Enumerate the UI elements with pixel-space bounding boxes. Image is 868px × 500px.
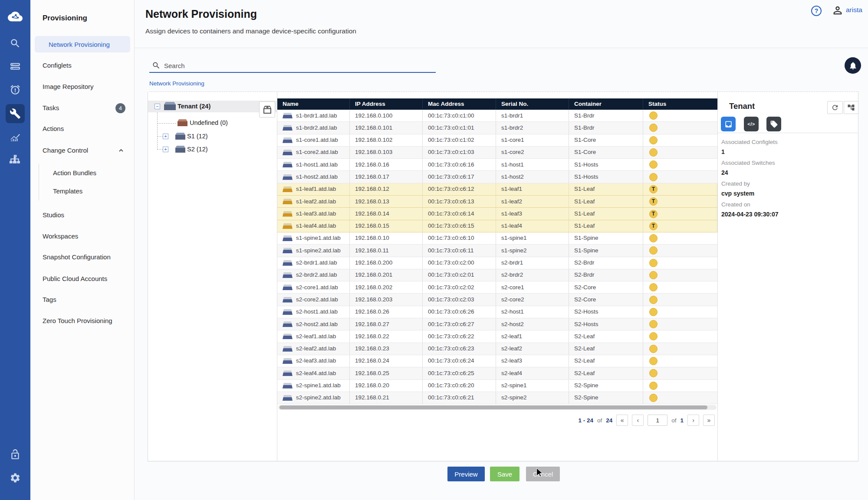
tab-labels[interactable]: [766, 117, 781, 131]
scrollbar-thumb[interactable]: [279, 405, 707, 409]
column-header-container[interactable]: Container: [569, 98, 643, 110]
column-header-serial[interactable]: Serial No.: [496, 98, 569, 110]
task-pending-badge[interactable]: [649, 332, 658, 340]
sidebar-item-snapshot-configuration[interactable]: Snapshot Configuration: [43, 251, 111, 263]
table-row[interactable]: s2-host1.atd.lab 192.168.0.26 00:1c:73:c…: [277, 306, 717, 318]
task-pending-badge[interactable]: [649, 296, 658, 304]
add-container-button[interactable]: [259, 101, 275, 118]
tab-configlets[interactable]: </>: [744, 117, 759, 131]
table-row[interactable]: s2-spine1.atd.lab 192.168.0.20 00:1c:73:…: [277, 380, 717, 392]
table-row[interactable]: s2-brdr1.atd.lab 192.168.0.200 00:1c:73:…: [277, 257, 717, 269]
devices-icon[interactable]: [7, 59, 23, 74]
task-pending-badge[interactable]: [649, 320, 658, 328]
tree-expand-toggle-s1[interactable]: +: [163, 134, 168, 139]
first-page-button[interactable]: «: [616, 415, 628, 426]
sidebar-item-zero-touch-provisioning[interactable]: Zero Touch Provisioning: [43, 315, 112, 327]
task-pending-badge[interactable]: [649, 136, 658, 144]
sidebar-item-configlets[interactable]: Configlets: [43, 59, 72, 72]
tree-expand-toggle-s2[interactable]: +: [163, 147, 168, 152]
horizontal-scrollbar[interactable]: [278, 405, 717, 410]
tab-container-details[interactable]: [721, 117, 736, 131]
task-pending-badge[interactable]: [649, 382, 658, 390]
sidebar-item-network-provisioning[interactable]: Network Provisioning: [35, 36, 130, 52]
breadcrumb[interactable]: Network Provisioning: [149, 80, 204, 87]
table-row[interactable]: s1-host1.atd.lab 192.168.0.16 00:1c:73:c…: [277, 159, 717, 171]
tree-node-s1[interactable]: S1 (12): [187, 131, 208, 142]
chevron-up-icon[interactable]: [118, 147, 124, 154]
search-input[interactable]: [164, 60, 433, 71]
task-pending-badge[interactable]: [649, 345, 658, 353]
task-pending-badge[interactable]: T: [649, 210, 658, 218]
events-alarm-icon[interactable]: [7, 82, 23, 98]
task-pending-badge[interactable]: T: [649, 185, 658, 193]
preview-button[interactable]: Preview: [447, 467, 485, 481]
task-pending-badge[interactable]: [649, 259, 658, 267]
column-header-ip[interactable]: IP Address: [350, 98, 423, 110]
tree-node-undefined[interactable]: Undefined (0): [190, 118, 228, 128]
table-row[interactable]: s2-leaf1.atd.lab 192.168.0.22 00:1c:73:c…: [277, 330, 717, 343]
prev-page-button[interactable]: ‹: [632, 415, 644, 426]
sidebar-item-change-control[interactable]: Change Control: [43, 144, 88, 157]
task-pending-badge[interactable]: [649, 369, 658, 377]
task-pending-badge[interactable]: [649, 271, 658, 279]
sidebar-item-tags[interactable]: Tags: [43, 294, 56, 306]
table-row[interactable]: s2-core1.atd.lab 192.168.0.202 00:1c:73:…: [277, 281, 717, 294]
user-avatar-icon[interactable]: [832, 4, 844, 16]
table-row[interactable]: s1-core2.atd.lab 192.168.0.103 00:1c:73:…: [277, 147, 717, 159]
task-pending-badge[interactable]: [649, 124, 658, 132]
table-row[interactable]: s2-leaf2.atd.lab 192.168.0.23 00:1c:73:c…: [277, 343, 717, 355]
table-row[interactable]: s1-spine1.atd.lab 192.168.0.10 00:1c:73:…: [277, 232, 717, 245]
task-pending-badge[interactable]: [649, 160, 658, 169]
table-row[interactable]: s2-spine2.atd.lab 192.168.0.21 00:1c:73:…: [277, 392, 717, 404]
tree-node-s2[interactable]: S2 (12): [187, 144, 208, 155]
tree-node-tenant[interactable]: Tenant (24): [178, 101, 210, 112]
refresh-icon[interactable]: [827, 101, 843, 114]
provisioning-wrench-icon[interactable]: [6, 104, 25, 123]
table-row[interactable]: s1-spine2.atd.lab 192.168.0.11 00:1c:73:…: [277, 245, 717, 257]
task-pending-badge[interactable]: [649, 283, 658, 291]
task-pending-badge[interactable]: T: [649, 222, 658, 230]
sidebar-item-tasks[interactable]: Tasks: [43, 102, 59, 114]
table-row[interactable]: s1-host2.atd.lab 192.168.0.17 00:1c:73:c…: [277, 171, 717, 183]
column-header-name[interactable]: Name: [277, 98, 350, 110]
table-row[interactable]: s2-leaf4.atd.lab 192.168.0.25 00:1c:73:c…: [277, 367, 717, 379]
username[interactable]: arista: [846, 6, 862, 14]
task-pending-badge[interactable]: [649, 308, 658, 316]
task-pending-badge[interactable]: [649, 394, 658, 402]
help-icon[interactable]: ?: [811, 6, 822, 16]
table-row[interactable]: s1-leaf2.atd.lab 192.168.0.13 00:1c:73:c…: [277, 196, 717, 208]
sidebar-item-workspaces[interactable]: Workspaces: [43, 230, 78, 242]
table-row[interactable]: s2-core2.atd.lab 192.168.0.203 00:1c:73:…: [277, 294, 717, 306]
global-search-icon[interactable]: [7, 36, 23, 51]
hierarchy-view-icon[interactable]: [844, 101, 858, 114]
settings-gear-icon[interactable]: [7, 470, 23, 486]
column-header-mac[interactable]: Mac Address: [423, 98, 496, 110]
table-row[interactable]: s1-leaf4.atd.lab 192.168.0.15 00:1c:73:c…: [277, 220, 717, 232]
sidebar-item-action-bundles[interactable]: Action Bundles: [53, 167, 96, 179]
table-row[interactable]: s1-leaf1.atd.lab 192.168.0.12 00:1c:73:c…: [277, 183, 717, 196]
next-page-button[interactable]: ›: [687, 415, 699, 426]
notifications-bell-icon[interactable]: [845, 57, 861, 74]
table-row[interactable]: s1-brdr1.atd.lab 192.168.0.100 00:1c:73:…: [277, 110, 717, 122]
task-pending-badge[interactable]: [649, 246, 658, 255]
task-pending-badge[interactable]: [649, 173, 658, 181]
save-button[interactable]: Save: [490, 467, 519, 481]
task-pending-badge[interactable]: [649, 148, 658, 157]
table-row[interactable]: s2-brdr2.atd.lab 192.168.0.201 00:1c:73:…: [277, 269, 717, 281]
lock-open-icon[interactable]: [7, 447, 23, 462]
table-row[interactable]: s2-host2.atd.lab 192.168.0.27 00:1c:73:c…: [277, 318, 717, 330]
task-pending-badge[interactable]: [649, 111, 658, 120]
sidebar-item-image-repository[interactable]: Image Repository: [43, 81, 94, 93]
table-row[interactable]: s2-leaf3.atd.lab 192.168.0.24 00:1c:73:c…: [277, 355, 717, 367]
sidebar-item-public-cloud-accounts[interactable]: Public Cloud Accounts: [43, 273, 107, 285]
cancel-button[interactable]: Cancel: [526, 467, 560, 481]
metrics-icon[interactable]: [7, 129, 23, 144]
column-header-status[interactable]: Status: [643, 98, 717, 110]
sidebar-item-actions[interactable]: Actions: [43, 123, 64, 135]
tree-collapse-toggle[interactable]: −: [155, 104, 160, 109]
sidebar-item-templates[interactable]: Templates: [53, 185, 82, 197]
table-row[interactable]: s1-leaf3.atd.lab 192.168.0.14 00:1c:73:c…: [277, 208, 717, 220]
table-row[interactable]: s1-brdr2.atd.lab 192.168.0.101 00:1c:73:…: [277, 122, 717, 134]
task-pending-badge[interactable]: [649, 357, 658, 365]
sidebar-item-studios[interactable]: Studios: [43, 209, 64, 221]
